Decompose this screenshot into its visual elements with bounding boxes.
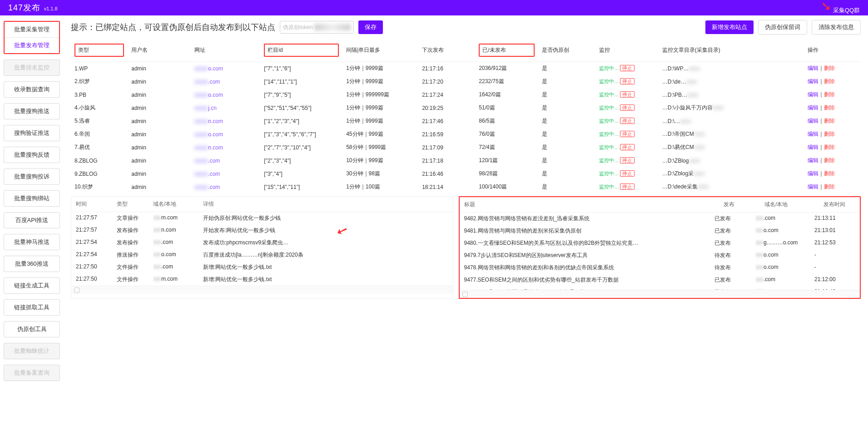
cell-pseudo: 是 [538,62,595,75]
sidebar-item-5[interactable]: 批量搜狗投诉 [4,168,60,185]
table-row[interactable]: 6.帝国adminxxxxxo.com["1","3","4","5","6",… [71,128,861,141]
stop-button[interactable]: 停止 [620,183,635,190]
left-scrollbar[interactable] [71,286,453,294]
sidebar-item-4[interactable]: 批量搜狗反馈 [4,147,60,163]
delete-link[interactable]: 删除 [824,91,835,98]
cell-dir: …D:\ZBlogxxxx [659,154,804,167]
cell-url: xxxxxn.com [191,141,260,154]
sidebar-item-11[interactable]: 链接抓取工具 [4,299,60,316]
sidebar-item-12[interactable]: 伪原创工具 [4,321,60,337]
edit-link[interactable]: 编辑 [808,183,818,190]
cell-mon: 监控中…停止 [595,101,659,114]
edit-link[interactable]: 编辑 [808,157,818,163]
cell-pseudo: 是 [538,128,595,141]
edit-link[interactable]: 编辑 [808,104,818,111]
cell-type: 10.织梦 [71,180,128,193]
stop-button[interactable]: 停止 [620,118,635,124]
cell-mon: 监控中…停止 [595,114,659,128]
cell-pseudo: 是 [538,180,595,193]
th-colid[interactable]: 栏目id [268,47,283,53]
stop-button[interactable]: 停止 [620,170,635,177]
cell-user: admin [128,180,191,193]
edit-link[interactable]: 编辑 [808,170,818,177]
cell-op: 编辑｜删除 [804,141,861,154]
edit-link[interactable]: 编辑 [808,131,818,137]
table-row[interactable]: 2.织梦adminxxxxx.com["14","11","1"]1分钟｜999… [71,75,861,88]
table-row[interactable]: 5.迅睿adminxxxxxn.com["1","2","3","4"]1分钟｜… [71,114,861,128]
stop-button[interactable]: 停止 [620,144,635,150]
cell-sent: 51/0篇 [475,101,538,114]
stop-button[interactable]: 停止 [620,131,635,137]
delete-link[interactable]: 删除 [824,65,835,71]
stop-button[interactable]: 停止 [620,78,635,84]
sidebar-item-collect-mgmt[interactable]: 批量采集管理 [5,22,59,37]
edit-link[interactable]: 编辑 [808,91,818,98]
stop-button[interactable]: 停止 [620,65,635,71]
delete-link[interactable]: 删除 [824,144,835,150]
th-mon[interactable]: 监控 [595,39,659,62]
stop-button[interactable]: 停止 [620,104,635,111]
th-url[interactable]: 网址 [191,39,260,62]
table-row[interactable]: 7.易优adminxxxxxn.com["2","7","3","10","4"… [71,141,861,154]
sidebar-item-1[interactable]: 收录数据查询 [4,81,60,98]
edit-link[interactable]: 编辑 [808,78,818,84]
sidebar-item-3[interactable]: 搜狗验证推送 [4,125,60,141]
stop-button[interactable]: 停止 [620,157,635,163]
sidebar-item-10[interactable]: 链接生成工具 [4,277,60,294]
ll-th-dom: 域名/本地 [149,197,198,212]
th-intv[interactable]: 间隔|单日最多 [342,39,418,62]
table-row[interactable]: 3.PBadminxxxxxo.com["7","9","5"]1分钟｜9999… [71,88,861,101]
table-row[interactable]: 8.ZBLOGadminxxxxx.com["2","3","4"]10分钟｜9… [71,154,861,167]
sidebar: 批量采集管理 批量发布管理 批量排名监控收录数据查询批量搜狗推送搜狗验证推送批量… [0,15,64,386]
right-scrollbar[interactable] [460,290,860,298]
qq-group-link[interactable]: 采集QQ群 [833,7,860,14]
keep-words-button[interactable]: 伪原创保留词 [758,20,807,35]
sidebar-item-2[interactable]: 批量搜狗推送 [4,103,60,119]
cell-pseudo: 是 [538,141,595,154]
delete-link[interactable]: 删除 [824,157,835,163]
cell-op: 编辑｜删除 [804,75,861,88]
th-dir[interactable]: 监控文章目录(采集目录) [659,39,804,62]
sidebar-item-8[interactable]: 批量神马推送 [4,234,60,250]
sidebar-item-9[interactable]: 批量360推送 [4,256,60,272]
arrow-icon: ➘ [821,0,831,13]
log-row: 9479.7步认清SEO和SEM的区别siteserver发布工具待发布xxxo… [460,249,860,262]
cell-colid: ["15","14","11"] [260,180,342,193]
sidebar-item-13: 批量蜘蛛统计 [4,343,60,359]
table-row[interactable]: 10.织梦adminxxxxx.com["15","14","11"]1分钟｜1… [71,180,861,193]
delete-link[interactable]: 删除 [824,118,835,124]
delete-link[interactable]: 删除 [824,183,835,190]
table-row[interactable]: 9.ZBLOGadminxxxxx.com["3","4"]30分钟｜98篇21… [71,167,861,180]
log-row: 9477.SEO和SEM之间的区别和优劣势有哪些_站群发布千万数据已发布xxx.… [460,274,860,286]
th-op[interactable]: 操作 [804,39,861,62]
table-row[interactable]: 1.WPadminxxxxxo.com["7","1","6"]1分钟｜9999… [71,62,861,75]
cell-dir: …D:\PB…xxxx [659,88,804,101]
cell-op: 编辑｜删除 [804,101,861,114]
cell-next: 21:17:46 [418,114,475,128]
cell-dir: …D:\WP…xxxx [659,62,804,75]
edit-link[interactable]: 编辑 [808,65,818,71]
sidebar-item-7[interactable]: 百度API推送 [4,212,60,228]
add-site-button[interactable]: 新增发布站点 [705,20,754,34]
th-sent[interactable]: 已/未发布 [482,47,506,53]
stop-button[interactable]: 停止 [620,91,635,98]
cell-next: 21:16:46 [418,167,475,180]
save-button[interactable]: 保存 [358,20,383,34]
edit-link[interactable]: 编辑 [808,118,818,124]
th-user[interactable]: 用户名 [128,39,191,62]
th-type[interactable]: 类型 [78,47,89,53]
cell-mon: 监控中…停止 [595,154,659,167]
sidebar-item-6[interactable]: 批量搜狗绑站 [4,190,60,207]
edit-link[interactable]: 编辑 [808,144,818,150]
th-pseudo[interactable]: 是否伪原创 [538,39,595,62]
cell-op: 编辑｜删除 [804,128,861,141]
cell-mon: 监控中…停止 [595,62,659,75]
delete-link[interactable]: 删除 [824,170,835,177]
table-row[interactable]: 4.小旋风adminxxxxxj.cn["52","51","54","55"]… [71,101,861,114]
th-next[interactable]: 下次发布 [418,39,475,62]
sidebar-item-publish-mgmt[interactable]: 批量发布管理 [5,37,59,53]
clear-info-button[interactable]: 清除发布信息 [812,20,861,35]
delete-link[interactable]: 删除 [824,78,835,84]
delete-link[interactable]: 删除 [824,104,835,111]
delete-link[interactable]: 删除 [824,131,835,137]
